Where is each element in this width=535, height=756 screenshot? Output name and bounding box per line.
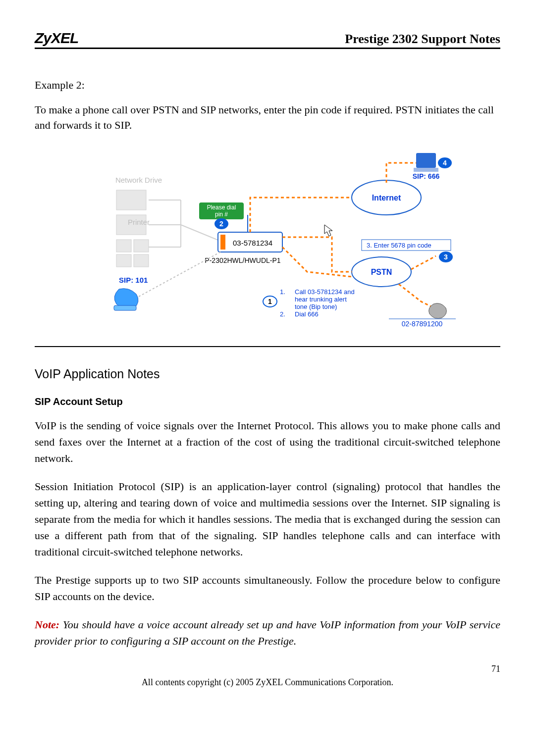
page: ZyXEL Prestige 2302 Support Notes Exampl…: [0, 0, 535, 707]
network-diagram: Network Drive Printer 03-5781234 P-2302H…: [69, 148, 466, 331]
svg-rect-19: [416, 153, 436, 168]
svg-rect-4: [116, 254, 131, 267]
brand-logo: ZyXEL: [35, 30, 78, 47]
example-label: Example 2:: [35, 79, 500, 92]
note-label: Note:: [35, 618, 59, 631]
section-divider: [35, 346, 500, 347]
sip-101-label: SIP: 101: [119, 276, 148, 284]
pin-hash-label: pin #: [215, 211, 228, 218]
step-2-num: 2.: [280, 310, 285, 318]
step-1-line2: hear trunking alert: [295, 296, 347, 303]
enter-pin-label: 3. Enter 5678 pin code: [367, 242, 431, 249]
copyright-footer: All contents copyright (c) 2005 ZyXEL Co…: [35, 677, 500, 688]
router-model-label: P-2302HWL/HWUDL-P1: [205, 256, 280, 264]
page-number: 71: [35, 664, 500, 674]
pstn-label: PSTN: [371, 268, 392, 276]
router-phone-number: 03-5781234: [233, 239, 272, 247]
please-dial-label: Please dial: [207, 204, 236, 211]
sip-666-label: SIP: 666: [413, 172, 440, 180]
document-title: Prestige 2302 Support Notes: [345, 32, 500, 47]
step-1-num: 1.: [280, 288, 285, 296]
badge-4: 4: [443, 159, 447, 167]
step-1-line3: tone (Bip tone): [295, 303, 337, 310]
example-body-text: To make a phone call over PSTN and SIP n…: [35, 102, 500, 133]
step-1-line1: Call 03-5781234 and: [295, 288, 355, 296]
step-2-line1: Dial 666: [295, 310, 319, 318]
sip-setup-heading: SIP Account Setup: [35, 396, 500, 407]
network-drive-label: Network Drive: [115, 176, 162, 184]
cursor-icon: [324, 225, 332, 236]
page-header: ZyXEL Prestige 2302 Support Notes: [35, 30, 500, 49]
pstn-phone-number: 02-87891200: [402, 320, 443, 328]
internet-label: Internet: [372, 194, 401, 202]
svg-rect-0: [116, 190, 146, 210]
badge-1: 1: [268, 298, 272, 305]
voip-paragraph-3: The Prestige supports up to two SIP acco…: [35, 572, 500, 605]
voip-paragraph-2: Session Initiation Protocol (SIP) is an …: [35, 478, 500, 560]
voip-notes-heading: VoIP Application Notes: [35, 367, 500, 381]
svg-rect-16: [114, 305, 136, 310]
voip-paragraph-1: VoIP is the sending of voice signals ove…: [35, 417, 500, 466]
note-paragraph: Note: You should have a voice account al…: [35, 616, 500, 649]
pstn-phone-icon: [429, 303, 447, 318]
svg-rect-5: [134, 254, 149, 267]
svg-rect-20: [414, 168, 438, 172]
svg-rect-3: [134, 240, 149, 252]
svg-rect-2: [116, 240, 131, 252]
svg-rect-12: [220, 235, 225, 250]
note-body: You should have a voice account already …: [35, 618, 500, 647]
printer-label: Printer: [128, 218, 150, 226]
badge-3: 3: [444, 253, 448, 261]
badge-2: 2: [219, 220, 223, 228]
